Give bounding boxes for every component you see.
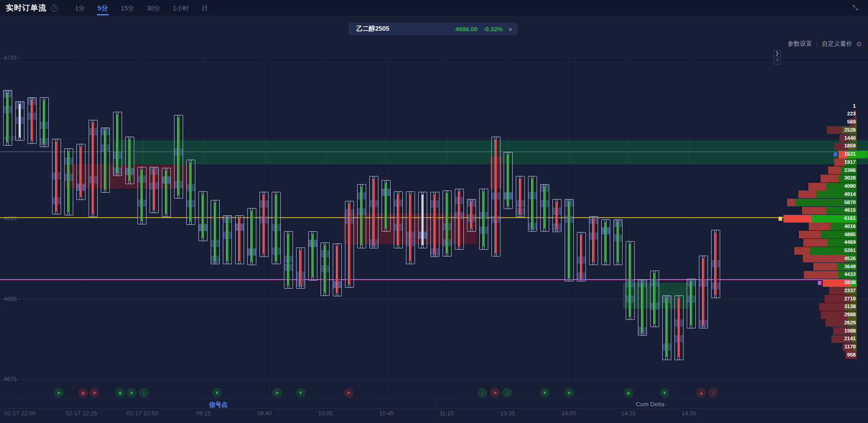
footprint-candle[interactable] xyxy=(650,271,659,327)
footprint-candle[interactable] xyxy=(662,295,671,360)
gear-icon[interactable]: ⊙ xyxy=(856,40,862,48)
footprint-candle[interactable] xyxy=(137,167,146,224)
signal-green-pin-icon[interactable]: ➤ xyxy=(564,388,574,398)
footprint-candle[interactable] xyxy=(443,190,452,257)
footprint-candle[interactable] xyxy=(589,216,598,266)
chevron-down-icon[interactable]: ∨ xyxy=(508,26,514,32)
signal-green-diamond-icon[interactable]: ◈ xyxy=(623,388,633,398)
footprint-candle[interactable] xyxy=(540,184,549,232)
footprint-candle[interactable] xyxy=(345,201,354,288)
footprint-candle[interactable] xyxy=(601,219,610,265)
signal-red-triup-icon[interactable]: ▲ xyxy=(696,388,706,398)
signal-green-down-icon[interactable]: ↓ xyxy=(502,388,512,398)
footprint-candle[interactable] xyxy=(516,176,525,217)
footprint-candle[interactable] xyxy=(211,200,220,264)
footprint-candle[interactable] xyxy=(28,97,37,144)
footprint-candle[interactable] xyxy=(406,191,415,265)
signal-green-pin-icon[interactable]: ➤ xyxy=(54,388,64,398)
footprint-candle[interactable] xyxy=(64,148,73,215)
custom-volume-price-button[interactable]: 自定义量价 xyxy=(822,40,853,48)
footprint-candle[interactable] xyxy=(577,232,586,281)
footprint-candle[interactable] xyxy=(174,115,183,199)
param-settings-button[interactable]: 参数设置 xyxy=(788,40,812,48)
footprint-candle[interactable] xyxy=(198,191,208,241)
cum-delta-panel-label[interactable]: Cum Delta xyxy=(636,401,665,408)
signal-red-up-icon[interactable]: ↑ xyxy=(708,388,718,398)
signal-green-tri-icon[interactable]: ▼ xyxy=(660,388,670,398)
footprint-candle[interactable] xyxy=(15,101,24,141)
panel-help-button[interactable]: ? xyxy=(774,58,781,65)
footprint-candle[interactable] xyxy=(565,199,574,281)
footprint-candle[interactable] xyxy=(552,199,561,232)
footprint-candle[interactable] xyxy=(308,231,317,280)
footprint-candle[interactable] xyxy=(76,144,85,200)
tab-5分[interactable]: 5分 xyxy=(96,0,110,16)
footprint-candle[interactable] xyxy=(430,192,439,257)
signal-green-tri-icon[interactable]: ▼ xyxy=(296,388,306,398)
footprint-candle[interactable] xyxy=(467,199,476,231)
footprint-candle[interactable] xyxy=(333,243,342,296)
orderflow-chart[interactable]: 4715470546954685467502-17 22:0002-17 22:… xyxy=(0,0,868,423)
signal-panel-label[interactable]: 信号点 xyxy=(209,401,228,409)
signal-green-down-icon[interactable]: ↓ xyxy=(139,388,149,398)
delta-bar-up xyxy=(666,298,667,356)
footprint-candle[interactable] xyxy=(125,137,134,184)
footprint-candle[interactable] xyxy=(162,168,171,217)
footprint-candle[interactable] xyxy=(382,180,391,232)
tab-30分[interactable]: 30分 xyxy=(145,0,162,16)
footprint-candle[interactable] xyxy=(113,112,122,176)
tab-1分[interactable]: 1分 xyxy=(73,0,87,16)
signal-green-down-icon[interactable]: ↓ xyxy=(477,388,487,398)
footprint-candle[interactable] xyxy=(101,128,110,193)
footprint-candle[interactable] xyxy=(150,167,159,213)
tab-15分[interactable]: 15分 xyxy=(119,0,136,16)
expand-panel-button[interactable]: ❯ xyxy=(774,50,781,57)
footprint-candle[interactable] xyxy=(89,120,98,217)
footprint-candle[interactable] xyxy=(272,192,281,264)
footprint-candle[interactable] xyxy=(504,152,513,209)
tab-日[interactable]: 日 xyxy=(200,0,210,16)
footprint-candle[interactable] xyxy=(284,231,293,288)
footprint-candle[interactable] xyxy=(321,242,330,295)
signal-red-pin-icon[interactable]: ➤ xyxy=(490,388,500,398)
signal-green-pin-icon[interactable]: ➤ xyxy=(272,388,282,398)
footprint-candle[interactable] xyxy=(369,176,378,248)
signal-green-pin-icon[interactable]: ➤ xyxy=(127,388,137,398)
footprint-candle[interactable] xyxy=(3,90,12,146)
footprint-candle[interactable] xyxy=(675,295,684,360)
footprint-candle[interactable] xyxy=(479,189,488,250)
footprint-candle[interactable] xyxy=(638,280,647,336)
footprint-candle[interactable] xyxy=(613,219,623,265)
footprint-candle[interactable] xyxy=(52,139,61,214)
footprint-candle[interactable] xyxy=(711,230,720,298)
footprint-candle[interactable] xyxy=(455,189,464,250)
footprint-candle[interactable] xyxy=(491,137,500,257)
footprint-candle[interactable] xyxy=(223,215,232,265)
tab-1小时[interactable]: 1小时 xyxy=(171,0,191,16)
footprint-candle[interactable] xyxy=(418,192,427,248)
signal-green-tri-icon[interactable]: ▼ xyxy=(212,388,222,398)
footprint-candle[interactable] xyxy=(699,256,708,329)
symbol-selector[interactable]: 乙二醇2505 4688.00 -0.32% ∨ xyxy=(349,23,518,35)
delta-bar-down xyxy=(593,219,594,262)
footprint-candle[interactable] xyxy=(687,279,696,328)
collapse-icon[interactable]: ⤡ xyxy=(853,4,858,12)
signal-red-pin-icon[interactable]: ➤ xyxy=(344,388,354,398)
signal-red-pin-icon[interactable]: ➤ xyxy=(90,388,99,398)
vp-sell-segment xyxy=(803,255,846,262)
help-icon[interactable]: ? xyxy=(51,5,58,12)
footprint-candle[interactable] xyxy=(259,192,269,257)
footprint-candle[interactable] xyxy=(357,184,366,248)
footprint-candle[interactable] xyxy=(40,97,49,147)
delta-bar-down xyxy=(263,195,264,254)
footprint-candle[interactable] xyxy=(626,241,635,320)
signal-green-tri-icon[interactable]: ▼ xyxy=(540,388,550,398)
signal-green-diamond-icon[interactable]: ◈ xyxy=(115,388,125,398)
footprint-candle[interactable] xyxy=(235,215,244,265)
footprint-candle[interactable] xyxy=(528,176,537,232)
footprint-candle[interactable] xyxy=(394,191,403,248)
footprint-candle[interactable] xyxy=(186,160,195,225)
footprint-candle[interactable] xyxy=(296,247,305,289)
signal-red-diamond-icon[interactable]: ◈ xyxy=(78,388,88,398)
footprint-candle[interactable] xyxy=(247,208,256,265)
